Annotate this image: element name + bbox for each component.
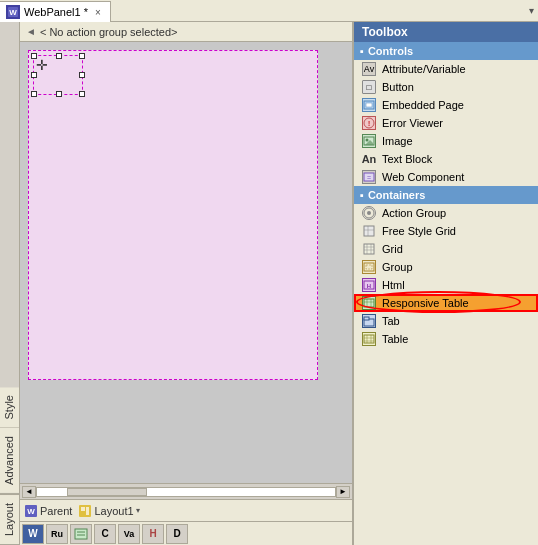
move-cursor-icon: ✛ bbox=[36, 58, 48, 72]
containers-section-label: Containers bbox=[368, 189, 425, 201]
button-label: Button bbox=[382, 81, 414, 93]
canvas-inner[interactable]: ✛ bbox=[28, 50, 318, 380]
svg-point-20 bbox=[367, 211, 371, 215]
attribute-icon: Av bbox=[362, 62, 376, 76]
svg-text:W: W bbox=[27, 507, 35, 516]
webpanel-tab[interactable]: W WebPanel1 * × bbox=[0, 1, 111, 22]
right-panel: Toolbox ▪ Controls Av Attribute/Variable… bbox=[353, 22, 538, 545]
image-icon bbox=[362, 134, 376, 148]
webcomponent-label: Web Component bbox=[382, 171, 464, 183]
parent-label: Parent bbox=[40, 505, 72, 517]
embedded-label: Embedded Page bbox=[382, 99, 464, 111]
toolbar-btn-ev[interactable] bbox=[70, 524, 92, 544]
layout-selector[interactable]: Layout1 ▾ bbox=[78, 504, 139, 518]
toolbox-item-error[interactable]: ! Error Viewer bbox=[354, 114, 538, 132]
svg-rect-38 bbox=[364, 317, 369, 320]
toolbox-item-embedded[interactable]: Embedded Page bbox=[354, 96, 538, 114]
svg-text:=: = bbox=[367, 174, 371, 181]
group-label: Group bbox=[382, 261, 413, 273]
resize-handle-bm[interactable] bbox=[56, 91, 62, 97]
toolbox-title: Toolbox bbox=[362, 25, 408, 39]
resize-handle-mr[interactable] bbox=[79, 72, 85, 78]
containers-section-header[interactable]: ▪ Containers bbox=[354, 186, 538, 204]
toolbar-btn-c[interactable]: C bbox=[94, 524, 116, 544]
responsive-table-icon bbox=[362, 296, 376, 310]
canvas-area[interactable]: ✛ bbox=[20, 42, 352, 483]
toolbar-btn-ru[interactable]: Ru bbox=[46, 524, 68, 544]
scrollbar-thumb[interactable] bbox=[67, 488, 147, 496]
tab-scroll-arrow[interactable]: ▾ bbox=[529, 5, 538, 16]
tab-close-button[interactable]: × bbox=[92, 6, 104, 18]
embedded-icon bbox=[362, 98, 376, 112]
toolbox-item-freestylegrid[interactable]: Free Style Grid bbox=[354, 222, 538, 240]
resize-handle-tm[interactable] bbox=[56, 53, 62, 59]
style-tab[interactable]: Style bbox=[0, 387, 19, 428]
svg-text:H: H bbox=[367, 283, 371, 289]
actiongroup-label: Action Group bbox=[382, 207, 446, 219]
toolbar-btn-h[interactable]: H bbox=[142, 524, 164, 544]
layout-label: Layout1 bbox=[94, 505, 133, 517]
resize-handle-ml[interactable] bbox=[31, 72, 37, 78]
toolbar-btn-va[interactable]: Va bbox=[118, 524, 140, 544]
controls-section-label: Controls bbox=[368, 45, 413, 57]
html-label: Html bbox=[382, 279, 405, 291]
bottom-status-bar: W Parent Layout1 ▾ bbox=[20, 499, 352, 521]
controls-section-header[interactable]: ▪ Controls bbox=[354, 42, 538, 60]
advanced-tab[interactable]: Advanced bbox=[0, 428, 19, 494]
toolbox-item-tab[interactable]: Tab bbox=[354, 312, 538, 330]
toolbox-item-grid[interactable]: Grid bbox=[354, 240, 538, 258]
attribute-label: Attribute/Variable bbox=[382, 63, 466, 75]
svg-rect-39 bbox=[364, 335, 374, 343]
parent-selector[interactable]: W Parent bbox=[24, 504, 72, 518]
toolbox-header: Toolbox bbox=[354, 22, 538, 42]
resize-handle-tl[interactable] bbox=[31, 53, 37, 59]
action-group-bar: < No action group selected> bbox=[20, 22, 352, 42]
toolbox-item-responsive-table[interactable]: Responsive Table bbox=[354, 294, 538, 312]
toolbox-item-textblock[interactable]: An Text Block bbox=[354, 150, 538, 168]
containers-collapse-icon: ▪ bbox=[360, 189, 364, 201]
svg-rect-5 bbox=[81, 507, 85, 511]
toolbox-item-group[interactable]: Group bbox=[354, 258, 538, 276]
horizontal-scrollbar[interactable]: ◄ ► bbox=[20, 483, 352, 499]
webcomponent-icon: = bbox=[362, 170, 376, 184]
toolbar-btn-d[interactable]: D bbox=[166, 524, 188, 544]
resize-handle-br[interactable] bbox=[79, 91, 85, 97]
freestylegrid-label: Free Style Grid bbox=[382, 225, 456, 237]
grid-label: Grid bbox=[382, 243, 403, 255]
tab-label-item: Tab bbox=[382, 315, 400, 327]
toolbar-btn-w[interactable]: W bbox=[22, 524, 44, 544]
error-label: Error Viewer bbox=[382, 117, 443, 129]
parent-icon: W bbox=[24, 504, 38, 518]
scrollbar-track[interactable] bbox=[36, 487, 336, 497]
left-panel: < No action group selected> ✛ bbox=[20, 22, 353, 545]
layout-dropdown-arrow: ▾ bbox=[136, 506, 140, 515]
svg-text:W: W bbox=[9, 8, 17, 17]
svg-rect-6 bbox=[86, 507, 89, 515]
svg-rect-33 bbox=[364, 299, 374, 307]
main-area: Style Advanced Layout < No action group … bbox=[0, 22, 538, 545]
toolbox-item-attribute[interactable]: Av Attribute/Variable bbox=[354, 60, 538, 78]
resize-handle-bl[interactable] bbox=[31, 91, 37, 97]
svg-rect-29 bbox=[364, 263, 374, 271]
toolbox-item-actiongroup[interactable]: Action Group bbox=[354, 204, 538, 222]
svg-rect-21 bbox=[364, 226, 374, 236]
svg-rect-7 bbox=[75, 529, 87, 539]
svg-rect-24 bbox=[364, 244, 374, 254]
selection-box[interactable]: ✛ bbox=[33, 55, 83, 95]
responsive-table-label: Responsive Table bbox=[382, 297, 469, 309]
freestylegrid-icon bbox=[362, 224, 376, 238]
scroll-right-button[interactable]: ► bbox=[336, 486, 350, 498]
textblock-icon: An bbox=[362, 152, 376, 166]
toolbox-item-table[interactable]: Table bbox=[354, 330, 538, 348]
toolbox-item-button[interactable]: □ Button bbox=[354, 78, 538, 96]
toolbox-item-image[interactable]: Image bbox=[354, 132, 538, 150]
image-label: Image bbox=[382, 135, 413, 147]
action-group-label: < No action group selected> bbox=[40, 26, 178, 38]
tab-label: WebPanel1 * bbox=[24, 6, 88, 18]
toolbox-item-webcomponent[interactable]: = Web Component bbox=[354, 168, 538, 186]
layout-tab[interactable]: Layout bbox=[0, 494, 19, 545]
scroll-left-button[interactable]: ◄ bbox=[22, 486, 36, 498]
toolbox-item-html[interactable]: H Html bbox=[354, 276, 538, 294]
svg-rect-11 bbox=[366, 103, 372, 107]
resize-handle-tr[interactable] bbox=[79, 53, 85, 59]
